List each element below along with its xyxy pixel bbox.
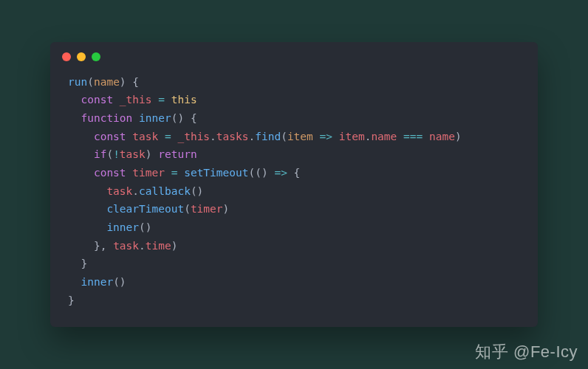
var: task <box>113 240 139 252</box>
var: _this <box>120 94 152 106</box>
method: find <box>255 131 281 142</box>
op: ! <box>113 148 120 160</box>
prop: name <box>371 131 397 142</box>
param: name <box>94 76 120 88</box>
this: this <box>171 94 197 106</box>
method: callback <box>139 185 191 197</box>
var: task <box>132 131 158 142</box>
fn-name: setTimeout <box>184 167 248 179</box>
watermark: 知乎 @Fe-Icy <box>475 341 578 363</box>
code-window: run(name) { const _this = this function … <box>50 42 538 327</box>
fn-name: clearTimeout <box>106 203 184 215</box>
maximize-icon[interactable] <box>92 52 100 61</box>
window-titlebar <box>50 42 538 66</box>
op: === <box>397 131 429 142</box>
code-block: run(name) { const _this = this function … <box>50 66 538 327</box>
var: name <box>429 131 455 142</box>
fn-name: run <box>68 76 87 88</box>
arrow: => <box>268 167 294 179</box>
keyword: return <box>158 148 196 160</box>
var: _this <box>177 131 210 142</box>
param: item <box>287 131 313 142</box>
fn-name: inner <box>106 221 139 233</box>
prop: time <box>146 240 171 252</box>
fn-name: inner <box>139 112 171 124</box>
op: = <box>152 94 171 106</box>
keyword: if <box>94 148 106 160</box>
op: = <box>158 131 177 142</box>
keyword: function <box>81 112 132 124</box>
keyword: const <box>94 131 126 142</box>
var: item <box>339 131 365 142</box>
op: = <box>165 167 184 179</box>
var: task <box>120 148 146 160</box>
var: timer <box>191 203 223 215</box>
keyword: const <box>81 94 113 106</box>
prop: tasks <box>216 131 249 142</box>
var: task <box>106 185 132 197</box>
close-icon[interactable] <box>62 52 71 61</box>
keyword: const <box>94 167 126 179</box>
var: timer <box>132 167 165 179</box>
minimize-icon[interactable] <box>77 52 86 61</box>
fn-call: inner <box>81 276 113 288</box>
arrow: => <box>313 131 339 142</box>
